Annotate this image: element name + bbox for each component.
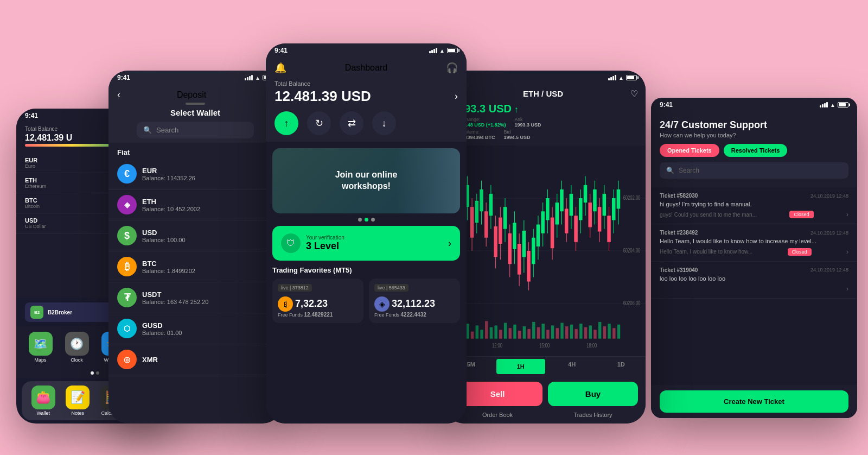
favorite-heart-icon[interactable]: ♡ [630,89,638,99]
svg-rect-34 [593,330,596,339]
svg-rect-77 [532,238,535,264]
ticket-319040[interactable]: Ticket #319040 24.10.2019 12:48 loo loo … [651,262,857,299]
wallet-usd[interactable]: $ USD Balance: 100.00 [108,220,282,251]
trades-history-tab[interactable]: Trades History [548,412,638,418]
refresh-button[interactable]: ↻ [307,111,331,135]
phone-dashboard: 9:41 ▲ 🔔 Dashboard 🎧 Total Balance 12.48… [266,43,467,424]
dock-wallet[interactable]: 👛 Wallet [31,386,55,416]
battery-icon [447,48,458,53]
trade-card-2[interactable]: live | 565433 ◈ 32,112.23 Free Funds 422… [369,279,460,323]
banner-dot-1 [358,218,362,222]
back-button[interactable]: ‹ [117,89,120,100]
wallet-gusd[interactable]: ⬡ GUSD Balance: 01.00 [108,313,282,344]
free-funds-label-2: Free Funds 4222.4432 [374,312,455,318]
usd-icon: $ [117,226,137,245]
signal-bars-icon [820,102,828,108]
svg-text:60206.00: 60206.00 [623,300,641,307]
svg-rect-55 [480,189,483,211]
dash-status-icons: ▲ [429,48,458,54]
download-button[interactable]: ↓ [372,111,396,135]
ios-eth-code: ETH [25,177,46,184]
trade-card-1[interactable]: live | 373812 ₿ 7,32.23 Free Funds 12.48… [272,279,363,323]
free-val-2: 4222.4432 [401,312,426,318]
ticket-arrow-1: › [846,211,848,218]
svg-rect-27 [560,323,563,339]
buy-button[interactable]: Buy [548,382,638,406]
ticket-582030[interactable]: Ticket #582030 24.10.2019 12:48 hi guys!… [651,187,857,224]
svg-rect-75 [527,251,531,282]
svg-rect-24 [546,330,549,339]
verify-label: Your verification [306,235,344,241]
tf-1h[interactable]: 1H [496,359,546,374]
candlestick-chart: 60202.00 60204.00 60206.00 9:00 12:00 15… [445,146,646,356]
chart-meta-2: 24h Volume: 164.48394394 BTC Bid 1994.5 … [452,129,638,140]
clock-label: Clock [71,357,83,363]
wallet-usdt[interactable]: ₮ USDT Balance: 163 478 252.20 [108,282,282,313]
eth-icon: ◈ [117,195,137,214]
transfer-button[interactable]: ⇄ [340,111,363,135]
svg-rect-39 [617,325,620,339]
support-search-bar[interactable]: 🔍 [660,162,848,179]
deposit-subtitle: Select Wallet [170,108,220,117]
bid-value: 1994.5 USD [504,135,531,140]
search-icon: 🔍 [143,126,152,134]
deposit-title: Deposit [177,90,206,100]
headset-icon[interactable]: 🎧 [446,62,458,74]
order-book-tab[interactable]: Order Book [452,412,542,418]
svg-rect-93 [570,194,573,216]
tf-4h[interactable]: 4H [547,357,597,376]
ticket-date-2: 24.10.2019 12:48 [810,230,848,236]
ticket-238492[interactable]: Ticket #238492 24.10.2019 12:48 Hello Te… [651,224,857,261]
svg-rect-97 [579,198,583,220]
dot-2 [96,371,99,375]
create-ticket-button[interactable]: Create New Ticket [660,390,848,413]
wallet-btc[interactable]: ₿ BTC Balance: 1.8499202 [108,251,282,282]
wallet-xmr[interactable]: ◎ XMR [108,344,282,375]
signal-bars-icon [245,75,253,80]
ticket-list: Ticket #582030 24.10.2019 12:48 hi guys!… [651,187,857,385]
svg-rect-95 [574,216,578,242]
usdt-icon: ₮ [117,288,137,307]
wallet-eur[interactable]: € EUR Balance: 114352.26 ✓ [108,159,282,189]
svg-rect-26 [556,328,559,338]
ios-eur-name: Euro [25,163,37,169]
support-search-input[interactable] [679,167,842,174]
ticket-status-1: Closed [789,211,813,218]
signal-bars-icon [608,75,616,80]
deposit-search-bar[interactable]: 🔍 [137,122,254,138]
shield-icon: 🛡 [281,233,301,253]
ticket-preview-1: guys! Could you send it to me the man... [660,212,757,218]
svg-rect-111 [612,198,616,220]
eur-name: EUR [142,167,261,175]
svg-rect-9 [476,325,478,338]
svg-rect-71 [518,244,521,275]
verification-card[interactable]: 🛡 Your verification 3 Level › [272,226,460,261]
ticket-msg-2: Hello Team, I would like to know how to … [660,237,848,245]
live-badge-1: live | 373812 [278,284,312,292]
resolved-tickets-tab[interactable]: Resolved Tickets [724,144,788,157]
svg-rect-12 [490,327,493,339]
deposit-time: 9:41 [117,74,130,81]
trading-cards-row: live | 373812 ₿ 7,32.23 Free Funds 12.48… [266,279,467,323]
deposit-search-input[interactable] [156,126,247,134]
tf-1d[interactable]: 1D [597,357,646,376]
ticket-date-3: 24.10.2019 12:48 [810,267,848,273]
dash-time: 9:41 [275,47,288,54]
banner-image [395,148,460,213]
wifi-icon: ▲ [439,48,445,54]
verify-arrow-icon: › [448,238,451,249]
svg-rect-59 [489,194,493,216]
ios-app-maps[interactable]: 🗺️ Maps [25,332,56,363]
opened-tickets-tab[interactable]: Opened Tickets [660,144,719,157]
notes-label: Notes [71,410,84,416]
svg-rect-37 [608,324,610,338]
dock-notes[interactable]: 📝 Notes [66,386,90,416]
workshop-banner[interactable]: Join our onlineworkshops! [272,148,460,213]
wallet-eth[interactable]: ◈ ETH Balance: 10 452.2002 [108,189,282,220]
send-button[interactable]: ↑ [275,111,298,135]
ios-app-clock[interactable]: 🕐 Clock [61,332,92,363]
trade-buttons: Sell Buy [445,376,646,412]
fiat-section-label: Fiat [108,143,282,159]
svg-rect-53 [475,201,479,223]
notification-bell-icon[interactable]: 🔔 [275,62,286,74]
